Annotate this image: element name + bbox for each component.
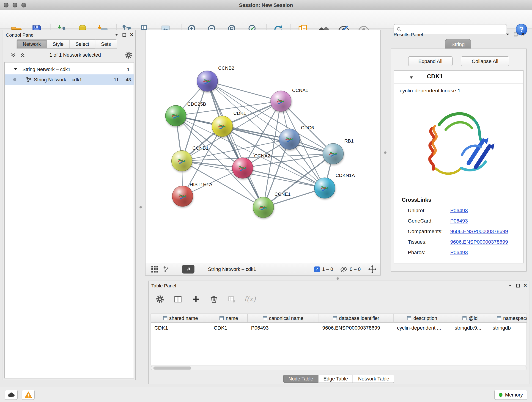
panel-menu-icon[interactable]	[508, 283, 512, 288]
float-panel-icon[interactable]	[123, 33, 126, 37]
tab-sets[interactable]: Sets	[95, 39, 117, 49]
crosslink-link[interactable]: 9606.ENSP00000378699	[450, 239, 508, 245]
network-collection-row[interactable]: String Network – cdk1 1	[5, 64, 134, 74]
results-panel-body: Expand All Collapse All CDK1 cyclin-depe…	[391, 49, 526, 272]
table-body: CDK1CDK1P064939606.ENSP00000378699cyclin…	[151, 323, 526, 332]
tab-node-table[interactable]: Node Table	[283, 375, 318, 383]
title-bar: Session: New Session	[0, 0, 532, 10]
crosslink-label: Pharos:	[408, 249, 425, 255]
pan-crosshair-icon[interactable]	[368, 265, 376, 274]
column-header-namespace[interactable]: namespace	[489, 314, 527, 323]
network-options-gear-icon[interactable]	[125, 51, 133, 59]
plus-icon	[192, 295, 200, 303]
tab-select[interactable]: Select	[70, 39, 95, 49]
network-node-CCNB1[interactable]	[171, 150, 192, 172]
panel-menu-icon[interactable]	[114, 32, 119, 37]
float-panel-icon[interactable]	[516, 284, 520, 287]
float-panel-icon[interactable]	[514, 32, 517, 36]
results-panel: Results Panel × String Expand All Collap…	[391, 30, 526, 271]
splitter-grip[interactable]	[336, 277, 339, 280]
collapse-all-networks-icon[interactable]	[11, 52, 16, 58]
table-panel-tabs: Node TableEdge TableNetwork Table	[149, 375, 529, 383]
column-header-canonical-name[interactable]: canonical name	[248, 314, 319, 323]
close-panel-icon[interactable]: ×	[130, 32, 133, 38]
protein-ribbon-icon	[327, 147, 340, 160]
network-node-CCNB2[interactable]	[197, 70, 218, 92]
crosslink-link[interactable]: P06493	[450, 207, 468, 213]
crosslink-link[interactable]: P06493	[450, 218, 468, 224]
scrollbar-thumb[interactable]	[153, 366, 191, 370]
network-canvas[interactable]: CCNB2CCNA1CDC25BCDK1CDC6RB1CCNB1CCNA2CDK…	[146, 30, 380, 263]
table-horizontal-scrollbar[interactable]	[151, 366, 527, 370]
collapse-section-icon[interactable]	[409, 75, 413, 80]
node-label-CCNA2: CCNA2	[254, 153, 270, 159]
grid-view-icon[interactable]	[151, 265, 158, 273]
cloud-icon	[7, 392, 15, 398]
delete-table-icon	[228, 295, 236, 303]
crosslink-link[interactable]: P06493	[450, 249, 468, 255]
network-statusbar: String Network – cdk1 ✓ 1 – 0 0 – 0	[146, 263, 380, 275]
edge-count: 48	[126, 77, 131, 82]
collapse-all-button[interactable]: Collapse All	[461, 56, 509, 66]
column-header--id[interactable]: @id	[451, 314, 489, 323]
network-node-HIST1H1A[interactable]	[172, 186, 193, 207]
delete-table-button[interactable]	[227, 294, 236, 304]
network-node-CDC25B[interactable]	[165, 105, 186, 126]
delete-column-button[interactable]	[209, 294, 219, 304]
cloud-button[interactable]	[5, 390, 18, 400]
control-panel-title: Control Panel	[6, 32, 35, 38]
expand-all-button[interactable]: Expand All	[408, 56, 453, 66]
protein-ribbon-icon	[257, 201, 270, 214]
gene-description: cyclin-dependent kinase 1	[400, 88, 461, 94]
expand-all-networks-icon[interactable]	[20, 52, 25, 58]
network-node-CCNE1[interactable]	[253, 197, 274, 218]
table-header-row: shared namenamecanonical namedatabase id…	[151, 314, 526, 323]
close-panel-icon[interactable]: ×	[524, 283, 527, 288]
network-node-CCNA1[interactable]	[270, 90, 291, 112]
panel-menu-icon[interactable]	[506, 32, 510, 37]
column-header-database-identifier[interactable]: database identifier	[319, 314, 394, 323]
network-node-CDKN1A[interactable]	[314, 178, 335, 199]
create-column-button[interactable]	[191, 294, 201, 304]
detach-view-button[interactable]	[182, 265, 194, 274]
show-columns-button[interactable]	[173, 294, 183, 304]
tree-expanded-icon[interactable]	[13, 67, 18, 71]
table-options-button[interactable]	[155, 294, 165, 304]
network-icon	[26, 77, 32, 83]
crosslink-link[interactable]: 9606.ENSP00000378699	[450, 229, 508, 234]
network-edges	[146, 30, 380, 263]
table-cell: 9606.ENSP00000378699	[319, 323, 394, 332]
crosslink-row: Compartments:9606.ENSP00000378699	[394, 227, 523, 237]
network-label: String Network – cdk1	[34, 77, 82, 82]
tab-style[interactable]: Style	[47, 39, 70, 49]
column-header-label: namespace	[503, 315, 527, 321]
network-node-CDK1[interactable]	[212, 116, 233, 137]
memory-button[interactable]: Memory	[494, 390, 527, 400]
tab-edge-table[interactable]: Edge Table	[318, 375, 353, 383]
node-table: shared namenamecanonical namedatabase id…	[151, 313, 527, 365]
splitter-grip[interactable]	[384, 151, 386, 153]
table-cell: CDK1	[151, 323, 210, 332]
network-node-CDC6[interactable]	[279, 128, 300, 150]
warnings-button[interactable]	[22, 390, 35, 400]
crosslink-row: Pharos:P06493	[394, 248, 523, 258]
network-node-CCNA2[interactable]	[232, 157, 253, 179]
tab-string[interactable]: String	[445, 39, 471, 49]
gene-card-header[interactable]: CDK1	[394, 70, 523, 83]
network-row-selected[interactable]: String Network – cdk1 11 48	[5, 74, 134, 85]
table-panel-header: Table Panel ×	[149, 281, 529, 290]
column-header-description[interactable]: description	[394, 314, 451, 323]
tab-network[interactable]: Network	[17, 39, 47, 49]
network-node-RB1[interactable]	[323, 143, 344, 164]
close-panel-icon[interactable]: ×	[521, 32, 525, 37]
hidden-counts: 0 – 0	[350, 267, 361, 272]
splitter-grip[interactable]	[139, 206, 142, 208]
network-view-icon[interactable]	[162, 266, 169, 273]
tab-network-table[interactable]: Network Table	[353, 375, 394, 383]
table-row[interactable]: CDK1CDK1P064939606.ENSP00000378699cyclin…	[151, 323, 526, 332]
column-header-shared-name[interactable]: shared name	[151, 314, 210, 323]
column-header-name[interactable]: name	[210, 314, 248, 323]
gene-card: CDK1 cyclin-dependent kinase 1	[394, 70, 524, 264]
selected-checkbox-icon[interactable]: ✓	[314, 266, 320, 272]
function-builder-button[interactable]: f(x)	[245, 294, 254, 304]
